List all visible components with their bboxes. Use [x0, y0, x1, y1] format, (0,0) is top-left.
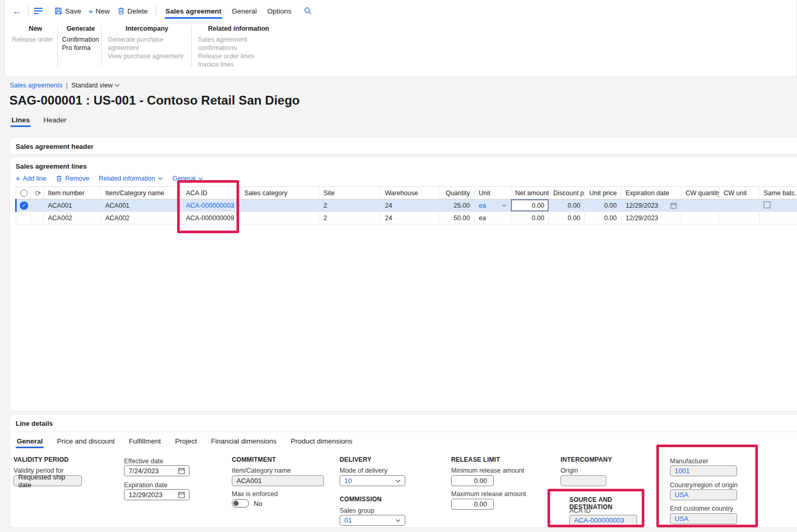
view-selector[interactable]: Standard view [71, 82, 120, 89]
add-line-button[interactable]: + Add line [16, 174, 46, 182]
general-menu[interactable]: General [172, 175, 203, 182]
mode-of-delivery-dropdown[interactable]: 10 [340, 475, 405, 486]
cell-item-number[interactable]: ACA001 [44, 199, 101, 212]
related-information-menu[interactable]: Related information [99, 175, 163, 182]
col-site[interactable]: Site [319, 187, 381, 199]
cell-expiration-date[interactable]: 12/29/2023 [621, 212, 681, 224]
cell-quantity[interactable]: 25.00 [439, 199, 475, 212]
cell-net-amount[interactable]: 0.00 [511, 212, 549, 224]
new-button[interactable]: + New [85, 4, 114, 18]
cell-site[interactable]: 2 [319, 199, 381, 212]
save-button[interactable]: Save [51, 4, 85, 18]
cell-aca-id[interactable]: ACA-000000009 [182, 212, 240, 224]
cell-sales-category[interactable] [240, 199, 319, 212]
ribbon-item-pro-forma[interactable]: Pro forma [62, 44, 99, 52]
ribbon-group-title: Generate [62, 25, 99, 32]
col-discount[interactable]: Discount p... [549, 187, 585, 199]
table-row[interactable]: ACA002 ACA002 ACA-000000009 2 24 50.00 e… [16, 212, 797, 224]
sales-agreement-header-panel[interactable]: Sales agreement header [9, 137, 797, 155]
remove-button[interactable]: Remove [56, 175, 90, 182]
calendar-icon[interactable] [178, 491, 185, 498]
ribbon-item-generate-purchase-agreement[interactable]: Generate purchase agreement [108, 35, 186, 52]
ribbon-item-view-purchase-agreement[interactable]: View purchase agreement [108, 52, 186, 60]
cell-warehouse[interactable]: 24 [381, 212, 439, 224]
cell-site[interactable]: 2 [319, 212, 381, 224]
tab-general[interactable]: General [227, 5, 262, 17]
country-of-origin-value: USA [675, 491, 689, 499]
col-unit[interactable]: Unit [475, 187, 511, 199]
cell-item-number[interactable]: ACA002 [44, 212, 101, 224]
unit-value[interactable]: ea [479, 202, 486, 209]
menu-icon[interactable] [33, 8, 42, 14]
cell-warehouse[interactable]: 24 [381, 199, 439, 212]
sales-group-dropdown[interactable]: 01 [340, 515, 405, 526]
back-icon[interactable]: ← [10, 6, 24, 16]
cell-expiration-date[interactable]: 12/29/2023 [621, 199, 681, 212]
aca-id-value[interactable]: ACA-000000003 [186, 202, 234, 209]
ribbon-item-sales-agreement-confirmations[interactable]: Sales agreement confirmations [198, 35, 279, 52]
same-batch-checkbox[interactable] [764, 201, 770, 208]
chevron-down-icon[interactable] [236, 204, 240, 207]
ribbon-item-release-order[interactable]: Release order [12, 35, 59, 44]
ribbon-item-confirmation[interactable]: Confirmation [62, 35, 99, 44]
cell-cw-unit[interactable] [719, 212, 759, 224]
cell-unit-price[interactable]: 0.00 [585, 199, 621, 212]
maximum-release-amount-field[interactable]: 0.00 [451, 499, 494, 510]
group-heading: RELEASE LIMIT [451, 456, 527, 463]
cell-discount[interactable]: 0.00 [549, 212, 585, 224]
col-item-category-name[interactable]: Item/Category name [101, 187, 182, 199]
col-aca-id[interactable]: ACA ID [182, 187, 240, 199]
refresh-icon[interactable]: ⟳ [35, 189, 41, 197]
cell-item-category-name[interactable]: ACA001 [101, 199, 182, 212]
table-row[interactable]: ✓ ACA001 ACA001 ACA-000000003 2 24 [16, 199, 797, 212]
col-net-amount[interactable]: Net amount [511, 187, 549, 199]
cell-item-category-name[interactable]: ACA002 [101, 212, 182, 224]
cell-cw-unit[interactable] [719, 199, 759, 212]
cell-same-batch[interactable] [759, 199, 797, 212]
cell-unit[interactable]: ea [475, 212, 511, 224]
row-selected-checkbox[interactable]: ✓ [20, 201, 28, 210]
max-is-enforced-toggle[interactable]: No [232, 499, 263, 508]
expiration-date-value[interactable]: 12/29/2023 [626, 202, 658, 209]
ribbon-group-title: Related information [198, 25, 279, 32]
col-quantity[interactable]: Quantity [439, 187, 475, 199]
col-item-number[interactable]: Item number [44, 187, 101, 199]
col-same-batch[interactable]: Same batc... [759, 187, 797, 199]
cell-same-batch[interactable] [759, 212, 797, 224]
ribbon-item-invoice-lines[interactable]: Invoice lines [198, 60, 279, 69]
col-cw-quantity[interactable]: CW quantity [681, 187, 719, 199]
cell-aca-id[interactable]: ACA-000000003 [182, 199, 240, 212]
cell-cw-quantity[interactable] [681, 199, 719, 212]
cell-net-amount[interactable]: 0.00 [511, 199, 549, 212]
col-cw-unit[interactable]: CW unit [719, 187, 759, 199]
effective-date-field[interactable]: 7/24/2023 [124, 465, 190, 476]
search-icon[interactable] [304, 7, 312, 15]
ribbon-item-release-order-lines[interactable]: Release order lines [198, 52, 279, 60]
col-warehouse[interactable]: Warehouse [381, 187, 439, 199]
col-unit-price[interactable]: Unit price [585, 187, 621, 199]
cell-unit[interactable]: ea [475, 199, 511, 212]
cell-quantity[interactable]: 50.00 [439, 212, 475, 224]
tab-header[interactable]: Header [43, 116, 66, 127]
ribbon-group-intercompany: Intercompany Generate purchase agreement… [108, 25, 186, 60]
cell-discount[interactable]: 0.00 [549, 199, 585, 212]
col-expiration-date[interactable]: Expiration date [621, 187, 681, 199]
col-sales-category[interactable]: Sales category [240, 187, 319, 199]
breadcrumb-link-sales-agreements[interactable]: Sales agreements [10, 82, 63, 89]
cell-sales-category[interactable] [240, 212, 319, 224]
tab-options[interactable]: Options [262, 5, 297, 17]
tab-sales-agreement[interactable]: Sales agreement [160, 5, 227, 17]
toggle-off-icon[interactable] [232, 499, 249, 508]
select-all-checkbox[interactable] [20, 189, 28, 197]
expiration-date-field[interactable]: 12/29/2023 [124, 489, 190, 500]
calendar-icon[interactable] [670, 202, 677, 209]
group-heading: VALIDITY PERIOD [14, 456, 99, 463]
calendar-icon[interactable] [178, 467, 185, 474]
delete-button[interactable]: Delete [114, 4, 152, 18]
chevron-down-icon[interactable] [502, 204, 506, 207]
cell-cw-quantity[interactable] [681, 212, 719, 224]
origin-label: Origin [561, 467, 578, 474]
minimum-release-amount-field[interactable]: 0.00 [451, 475, 494, 486]
tab-lines[interactable]: Lines [11, 116, 30, 127]
cell-unit-price[interactable]: 0.00 [585, 212, 621, 224]
